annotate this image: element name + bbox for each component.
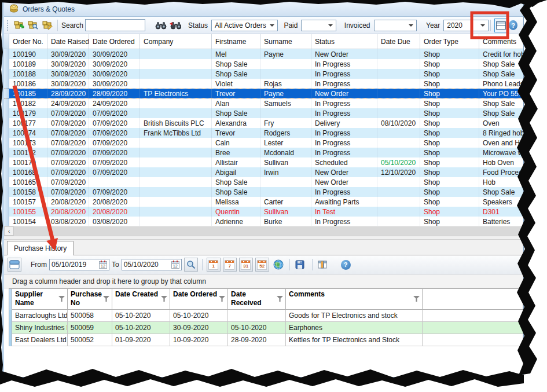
period-31-button[interactable]: 31 [239,258,253,272]
order-row[interactable]: 10018224/09/202024/09/2020AlanSamuelsIn … [4,98,523,108]
order-row[interactable]: 10017307/09/202007/09/2020CainLesterIn P… [4,138,523,148]
record-selector[interactable] [4,128,9,138]
to-date-field[interactable]: 05/10/2020 12 [122,259,182,270]
record-selector[interactable] [4,167,9,177]
order-cell: Mcdonald [260,148,311,157]
order-row[interactable]: 10018930/09/202030/09/2020Shop SaleIn Pr… [4,59,523,69]
column-header[interactable]: Comments [479,34,523,49]
search-purchases-button[interactable] [184,258,198,272]
column-header[interactable]: Firstname [212,34,260,49]
column-header[interactable]: Company [140,34,212,49]
date-picker-icon[interactable]: 12 [99,261,107,269]
order-row[interactable]: 10015520/08/202020/08/2020QuentinSulliva… [4,207,523,217]
order-row[interactable]: 10017207/09/202007/09/2020BreeMcdonaldIn… [4,148,523,157]
record-selector[interactable] [4,79,9,89]
invoiced-filter-dropdown[interactable] [374,20,417,31]
purchase-help-button[interactable]: ? [341,260,351,270]
search-input[interactable] [85,19,145,31]
find-button[interactable] [155,19,167,32]
purchase-cell: Goods for TP Electronics and stock [286,310,423,322]
column-header[interactable]: Surname [260,34,311,49]
purchase-row[interactable]: Barracloughs Ltd50005805-10-202005-10-20… [9,310,523,322]
column-header[interactable]: Date Received [228,289,286,310]
record-selector[interactable] [4,108,9,118]
column-header[interactable]: Order No. [9,34,47,49]
purchase-row[interactable]: East Dealers Ltd50005201-09-202010-09-20… [9,334,523,346]
order-cell: Shop [420,128,479,138]
column-header[interactable]: Date Ordered [89,34,140,49]
scroll-left-arrow[interactable]: ‹ [4,226,14,236]
order-cell: Shop [420,157,479,167]
toolbar-separator [312,259,313,270]
view-order-button[interactable] [27,19,39,32]
record-selector[interactable] [4,138,9,148]
column-header[interactable]: Date Created [112,289,170,310]
date-picker-icon[interactable]: 12 [171,261,179,269]
filter-funnel-icon[interactable] [58,296,65,302]
order-row[interactable]: 10015720/08/202020/08/2020MelissaCarterA… [4,197,523,207]
column-header[interactable]: Date Ordered [170,289,228,310]
record-selector[interactable] [4,207,9,217]
record-selector[interactable] [4,187,9,197]
column-header[interactable]: Comments [286,289,423,310]
filter-funnel-icon[interactable] [103,296,109,302]
purchase-row[interactable]: Shiny Industries Ltd50005905-10-202030-0… [9,322,523,334]
panel-splitter[interactable] [4,236,523,240]
date-range-button[interactable] [8,258,21,272]
filter-funnel-icon[interactable] [219,296,225,302]
record-selector[interactable] [4,217,9,226]
record-selector[interactable] [4,118,9,128]
order-row[interactable]: 10017407/09/202007/09/2020Frank McTibbs … [4,128,523,138]
order-row[interactable]: 10017907/09/202007/09/2020Shop SaleIn Pr… [4,108,523,118]
filter-funnel-icon[interactable] [277,296,283,302]
order-row[interactable]: 10015807/09/202007/09/2020Shop SaleIn Pr… [4,187,523,197]
period-1-button[interactable]: 1 [207,258,221,272]
order-row[interactable]: 10018630/09/202030/09/2020VioletRojasIn … [4,79,523,89]
new-order-button[interactable] [13,19,25,32]
order-row[interactable]: 10019030/09/202030/09/2020MelPayneNew Or… [4,49,523,59]
column-header[interactable]: Date Raised [47,34,89,49]
record-selector[interactable] [4,59,9,69]
web-button[interactable] [271,258,285,272]
order-cell: British Biscuits PLC [140,118,212,128]
order-row[interactable]: 10017007/09/202007/09/2020AllistairSulli… [4,157,523,167]
from-date-field[interactable]: 05/10/2019 12 [49,259,109,270]
order-row[interactable]: 10017707/09/202007/09/2020British Biscui… [4,118,523,128]
help-button[interactable]: ? [509,20,517,30]
record-selector[interactable] [4,89,9,98]
record-selector[interactable] [4,69,9,79]
tab-purchase-history[interactable]: Purchase History [7,241,74,255]
filter-funnel-icon[interactable] [161,296,167,302]
edit-order-button[interactable] [42,19,54,32]
year-filter-dropdown[interactable]: 2020 [443,20,489,31]
order-row[interactable]: 10018528/09/202028/09/2020TP Electronics… [4,89,523,98]
period-7-button[interactable]: 7 [223,258,237,272]
record-selector[interactable] [4,177,9,187]
order-row[interactable]: 10016507/09/2020Shop SaleNew OrderShopHo… [4,177,523,187]
status-filter-dropdown[interactable]: All Active Orders [211,20,278,31]
filter-funnel-icon[interactable] [413,296,420,302]
column-header[interactable]: Purchase No [68,289,112,310]
column-header[interactable]: Order Type [420,34,479,49]
paid-filter-dropdown[interactable] [301,20,336,31]
horizontal-scrollbar[interactable]: ‹ [4,226,523,236]
toolbar-grip-handle[interactable] [7,20,10,31]
column-header[interactable]: Supplier Name [12,289,68,310]
record-selector[interactable] [4,197,9,207]
split-view-toggle-button[interactable] [494,19,507,32]
column-header[interactable]: Status [311,34,377,49]
record-selector[interactable] [4,98,9,108]
order-row[interactable]: 10018830/09/202030/09/2020Shop SaleIn Pr… [4,69,523,79]
period-52-button[interactable]: 52 [255,258,269,272]
save-button[interactable] [294,258,308,272]
record-selector[interactable] [4,157,9,167]
group-by-bar[interactable]: Drag a column header and drop it here to… [4,274,523,288]
order-cell: Oven [479,118,523,128]
order-row[interactable]: 10015403/08/202003/08/2020AdrienneBurkeI… [4,217,523,226]
columns-button[interactable] [317,258,331,272]
column-header[interactable]: Date Due [377,34,420,49]
record-selector[interactable] [4,49,9,59]
record-selector[interactable] [4,148,9,157]
order-row[interactable]: 10016807/09/202007/09/2020AbigailIrwinNe… [4,167,523,177]
find-next-button[interactable] [169,19,181,32]
